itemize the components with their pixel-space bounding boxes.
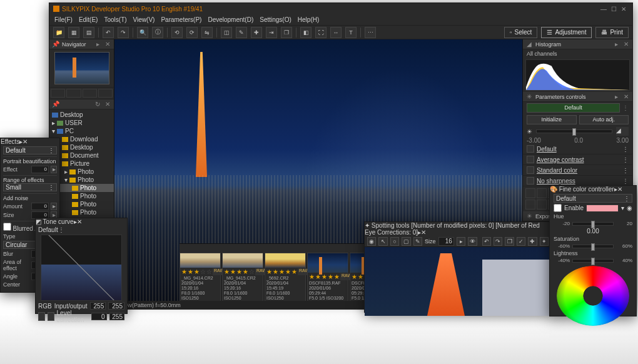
tool-temp-icon[interactable] [537, 188, 547, 198]
tone-curve-graph[interactable] [41, 235, 122, 301]
fcc-color-wheel[interactable] [557, 266, 629, 326]
minimize-button[interactable]: — [599, 6, 609, 13]
tool-sun-icon[interactable] [525, 188, 535, 198]
spot-redo-icon[interactable]: ↷ [494, 237, 502, 246]
spot-wand-icon[interactable]: ✦ [540, 237, 549, 246]
toolbar-copy-icon[interactable]: ❐ [281, 27, 292, 38]
spot-arrow-icon[interactable]: ↖ [378, 237, 387, 246]
fcc-light-slider[interactable] [572, 259, 614, 263]
toolbar-rotate-l-icon[interactable]: ⟲ [171, 27, 183, 38]
spot-size-value[interactable]: 16 [438, 237, 454, 246]
toolbar-brush-icon[interactable]: ✎ [236, 27, 247, 38]
menu-help[interactable]: Help(H) [298, 16, 319, 23]
nav-tool4-icon[interactable] [98, 89, 113, 98]
film-check-icon[interactable] [205, 245, 213, 252]
tree-close-icon[interactable]: ✕ [104, 101, 111, 108]
navigator-thumbnail[interactable] [54, 52, 109, 84]
preset-contrast[interactable]: Average contrast⋮ [523, 154, 632, 165]
tree-pin-icon[interactable]: 📌 [52, 101, 59, 108]
exposure-bias-slider[interactable] [536, 129, 612, 133]
preset-default[interactable]: Default⋮ [523, 144, 632, 154]
film-sort-icon[interactable] [182, 245, 191, 252]
tree-refresh-icon[interactable]: ↻ [94, 101, 101, 108]
mode-select-button[interactable]: ▫ Select [504, 27, 537, 38]
toolbar-crop-icon[interactable]: ◫ [221, 27, 232, 38]
spot-preview[interactable] [365, 247, 551, 316]
film-flag-icon[interactable] [227, 245, 236, 252]
mode-adjustment-button[interactable]: ☰ Adjustment [541, 27, 592, 38]
toolbar-layout-icon[interactable]: ▦ [68, 27, 79, 38]
tone-curve-linear-icon[interactable] [38, 312, 45, 321]
effects-preset-dropdown[interactable]: Default⋮ [3, 146, 57, 154]
spot-heal-icon[interactable]: ✚ [528, 237, 537, 246]
spot-step-icon[interactable]: ▸ [457, 237, 465, 246]
close-button[interactable]: ✕ [619, 6, 629, 13]
tree-desktop[interactable]: Desktop [49, 111, 114, 119]
hist-close-icon[interactable]: ✕ [622, 41, 630, 48]
fcc-enable-checkbox[interactable] [554, 204, 562, 212]
fcc-sat-slider[interactable] [572, 245, 614, 248]
effect-value[interactable]: 0 [31, 166, 49, 173]
filmstrip-item[interactable]: ★★★★☆RAW_MG_9415.CR22020/01/04 15:20:16F… [222, 253, 263, 301]
fcc-dropdown-icon[interactable]: ▾ [621, 205, 624, 211]
preset-color[interactable]: Standard color⋮ [523, 165, 632, 176]
params-default-button[interactable]: Default [527, 103, 620, 113]
fcc-color-swatch[interactable] [586, 205, 619, 212]
params-init-button[interactable]: Initialize [527, 115, 577, 124]
tree-pc[interactable]: ▾ PC [49, 127, 114, 135]
toolbar-export-icon[interactable]: ⇥ [266, 27, 277, 38]
nav-pin-icon[interactable]: 📌 [52, 41, 59, 48]
filmstrip-item[interactable]: ★★★★★RAW_5692.CR22020/01/04 15:45:19F8.0… [265, 253, 306, 301]
spot-undo-icon[interactable]: ↶ [482, 237, 491, 246]
spot-square-icon[interactable]: ▢ [402, 237, 410, 246]
tone-preset-dropdown[interactable]: Default⋮ [38, 226, 124, 233]
spot-copy-icon[interactable]: ❐ [505, 237, 514, 246]
spot-redeye-icon[interactable]: 👁 [468, 237, 477, 246]
toolbar-align-icon[interactable]: ↔ [330, 27, 342, 38]
toolbar-more-icon[interactable]: ⋯ [365, 27, 376, 38]
film-export-icon[interactable] [216, 245, 225, 252]
fcc-eyedrop-icon[interactable]: ◉ [627, 205, 632, 211]
toolbar-text-icon[interactable]: T [345, 27, 357, 38]
spot-brush-icon[interactable]: ✎ [413, 237, 422, 246]
tone-curve-spline-icon[interactable] [48, 312, 54, 321]
menu-settings[interactable]: Settings(O) [260, 16, 291, 23]
nav-close-icon[interactable]: ✕ [104, 41, 111, 48]
menu-view[interactable]: View(V) [133, 16, 155, 23]
toolbar-fullscreen-icon[interactable]: ⛶ [315, 27, 327, 38]
tool-hsv-icon[interactable] [525, 200, 535, 210]
spot-check-icon[interactable]: ✓ [517, 237, 525, 246]
toolbar-info-icon[interactable]: ⓘ [152, 27, 163, 38]
spot-circle-icon[interactable]: ○ [390, 237, 399, 246]
tool-curve-icon[interactable] [537, 200, 547, 210]
toolbar-open-icon[interactable]: 📁 [53, 27, 64, 38]
fcc-hue-slider[interactable] [572, 222, 614, 226]
params-auto-button[interactable]: Auto adj. [579, 115, 629, 124]
clipping-icon[interactable]: ◢ [616, 127, 629, 136]
spot-eyedrop-icon[interactable]: ◉ [367, 237, 376, 246]
filmstrip-item[interactable]: ★★★☆☆RAW_MG_9414.CR22020/01/04 15:20:16F… [180, 253, 221, 301]
nav-tool2-icon[interactable] [66, 89, 81, 98]
toolbar-compare-icon[interactable]: ◧ [300, 27, 311, 38]
toolbar-grid-icon[interactable]: ▤ [83, 27, 94, 38]
blurred-checkbox[interactable] [3, 223, 11, 231]
mode-print-button[interactable]: 🖶 Print [595, 27, 629, 38]
range-dropdown[interactable]: Small⋮ [3, 183, 57, 191]
effect-step[interactable]: ▸ [51, 166, 57, 173]
toolbar-flip-icon[interactable]: ⇋ [201, 27, 213, 38]
menu-development[interactable]: Development(D) [208, 16, 253, 23]
toolbar-rotate-r-icon[interactable]: ⟳ [186, 27, 198, 38]
menu-parameters[interactable]: Parameters(P) [161, 16, 201, 23]
menu-edit[interactable]: Edit(E) [79, 16, 98, 23]
toolbar-redo-icon[interactable]: ↷ [118, 27, 129, 38]
nav-collapse-icon[interactable]: ▸ [94, 41, 101, 48]
film-filter-icon[interactable] [193, 245, 202, 252]
filmstrip-item[interactable]: ★★★★★RAWDSCF8135.RAF2020/01/06 05:29:44F… [307, 253, 348, 301]
nav-tool3-icon[interactable] [83, 89, 97, 98]
hist-collapse-icon[interactable]: ▸ [612, 41, 620, 48]
fcc-preset-dropdown[interactable]: Default⋮ [554, 194, 632, 203]
tree-user[interactable]: ▸ USER [49, 119, 114, 127]
toolbar-undo-icon[interactable]: ↶ [103, 27, 114, 38]
toolbar-heal-icon[interactable]: ✚ [251, 27, 262, 38]
maximize-button[interactable]: ☐ [609, 6, 619, 13]
